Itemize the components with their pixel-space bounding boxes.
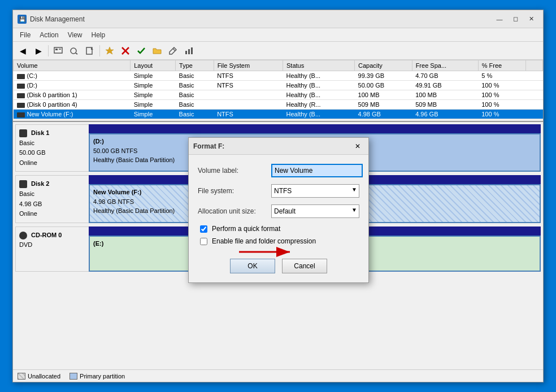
alloc-select[interactable]: Default 512 1024 2048 4096 (271, 204, 359, 218)
col-extra (526, 60, 543, 71)
dialog-buttons: OK Cancel (198, 254, 359, 273)
menu-action[interactable]: Action (35, 29, 63, 41)
dialog-fs-row: File system: NTFS FAT32 exFAT ▼ (198, 184, 359, 198)
cell-capacity: 100 MB (355, 90, 412, 100)
volume-label-label: Volume label: (198, 167, 271, 175)
cell-volume: (C:) (14, 71, 131, 81)
quick-format-checkbox[interactable] (200, 225, 207, 233)
chart-button[interactable] (181, 43, 196, 58)
cell-extra (526, 90, 543, 100)
table-row[interactable]: (Disk 0 partition 4) Simple Basic Health… (14, 100, 543, 110)
window-title: Disk Management (30, 15, 492, 23)
svg-line-4 (76, 53, 77, 54)
col-layout[interactable]: Layout (131, 60, 176, 71)
cancel-button[interactable]: Cancel (282, 259, 327, 273)
menu-bar: File Action View Help (13, 28, 543, 42)
folder-button[interactable] (150, 43, 164, 58)
cell-free: 4.70 GB (412, 71, 478, 81)
dialog-body: Volume label: File system: NTFS FAT32 ex… (189, 155, 368, 282)
minimize-button[interactable]: — (492, 14, 507, 25)
toolbar-btn-4[interactable] (67, 43, 81, 58)
cell-layout: Simple (131, 90, 176, 100)
col-capacity[interactable]: Capacity (355, 60, 412, 71)
maximize-button[interactable]: ◻ (508, 14, 523, 25)
compression-row: Enable file and folder compression (198, 237, 359, 245)
table-row[interactable]: New Volume (F:) Simple Basic NTFS Health… (14, 110, 543, 119)
cell-fs: NTFS (214, 71, 283, 81)
title-bar: 💾 Disk Management — ◻ ✕ (13, 10, 543, 28)
cdrom0-label: CD-ROM 0 DVD (15, 227, 89, 272)
col-status[interactable]: Status (283, 60, 355, 71)
table-row[interactable]: (Disk 0 partition 1) Simple Basic Health… (14, 90, 543, 100)
toolbar-btn-3[interactable] (51, 43, 66, 58)
col-volume[interactable]: Volume (14, 60, 131, 71)
ok-button[interactable]: OK (230, 259, 275, 273)
disk2-label: Disk 2 Basic 4.98 GB Online (15, 175, 89, 223)
dialog-alloc-row: Allocation unit size: Default 512 1024 2… (198, 204, 359, 218)
dialog-volume-label-row: Volume label: (198, 164, 359, 177)
cell-fs: NTFS (214, 81, 283, 90)
svg-rect-1 (55, 49, 58, 50)
svg-rect-13 (191, 47, 193, 54)
forward-button[interactable]: ▶ (31, 43, 46, 58)
col-free[interactable]: Free Spa... (412, 60, 478, 71)
legend-primary: Primary partition (70, 373, 125, 380)
table-row[interactable]: (D:) Simple Basic NTFS Healthy (B... 50.… (14, 81, 543, 90)
svg-rect-11 (185, 51, 187, 54)
cell-capacity: 4.98 GB (355, 110, 412, 119)
close-button[interactable]: ✕ (524, 14, 538, 25)
cell-volume: New Volume (F:) (14, 110, 131, 119)
compression-label[interactable]: Enable file and folder compression (212, 237, 316, 245)
cell-pct: 100 % (478, 110, 525, 119)
col-fs[interactable]: File System (214, 60, 283, 71)
menu-help[interactable]: Help (87, 29, 110, 41)
cell-capacity: 50.00 GB (355, 81, 412, 90)
cell-type: Basic (176, 110, 214, 119)
legend-unallocated-color (18, 373, 25, 380)
format-dialog: Format F: ✕ Volume label: File system: N… (188, 137, 369, 283)
cell-pct: 5 % (478, 71, 525, 81)
cell-extra (526, 81, 543, 90)
menu-file[interactable]: File (15, 29, 35, 41)
svg-marker-7 (106, 47, 114, 54)
col-type[interactable]: Type (176, 60, 214, 71)
cell-status: Healthy (B... (283, 71, 355, 81)
cell-extra (526, 71, 543, 81)
dialog-title: Format F: (193, 142, 351, 150)
cell-pct: 100 % (478, 81, 525, 90)
toolbar-btn-5[interactable] (82, 43, 97, 58)
volume-label-input[interactable] (271, 164, 363, 177)
disk1-label: Disk 1 Basic 50.00 GB Online (15, 124, 89, 172)
legend-bar: Unallocated Primary partition (13, 369, 543, 382)
check-button[interactable] (134, 43, 149, 58)
menu-view[interactable]: View (63, 29, 87, 41)
compression-checkbox[interactable] (200, 238, 207, 245)
delete-button[interactable] (118, 43, 133, 58)
dialog-close-button[interactable]: ✕ (351, 141, 364, 152)
cell-extra (526, 100, 543, 110)
cell-free: 509 MB (412, 100, 478, 110)
toolbar-sep-2 (99, 45, 100, 56)
cell-fs: NTFS (214, 110, 283, 119)
dialog-title-bar: Format F: ✕ (189, 138, 368, 155)
fs-select-wrapper: NTFS FAT32 exFAT ▼ (271, 184, 359, 198)
fs-select[interactable]: NTFS FAT32 exFAT (271, 184, 359, 198)
cell-status: Healthy (B... (283, 90, 355, 100)
cell-free: 100 MB (412, 90, 478, 100)
legend-primary-color (70, 373, 77, 380)
cell-extra (526, 110, 543, 119)
cell-free: 49.91 GB (412, 81, 478, 90)
cell-layout: Simple (131, 100, 176, 110)
edit-button[interactable] (166, 43, 180, 58)
cell-type: Basic (176, 81, 214, 90)
cell-type: Basic (176, 90, 214, 100)
toolbar-btn-star[interactable] (102, 43, 117, 58)
disk1-header-strip (89, 124, 541, 133)
back-button[interactable]: ◀ (15, 43, 30, 58)
table-row[interactable]: (C:) Simple Basic NTFS Healthy (B... 99.… (14, 71, 543, 81)
quick-format-label[interactable]: Perform a quick format (212, 225, 280, 233)
col-pct[interactable]: % Free (478, 60, 525, 71)
cell-capacity: 99.39 GB (355, 71, 412, 81)
toolbar-sep-1 (48, 45, 49, 56)
cell-free: 4.96 GB (412, 110, 478, 119)
